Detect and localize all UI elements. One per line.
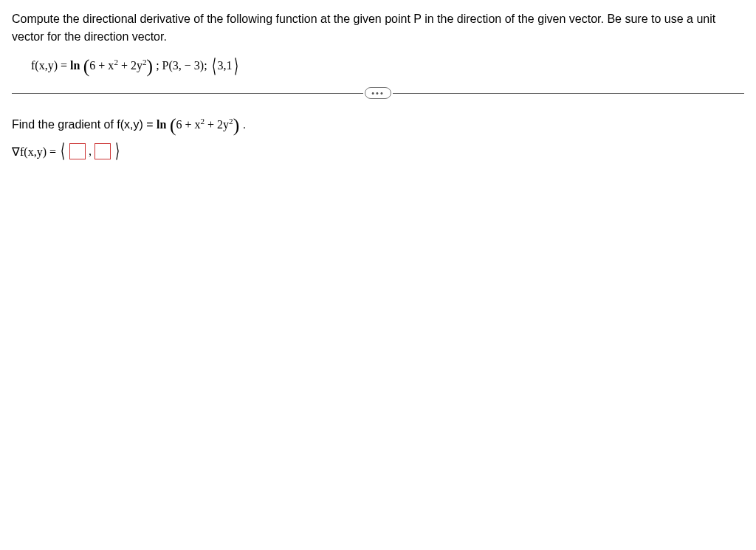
comma: , [89, 145, 92, 158]
answer-row: ∇f(x,y) = ⟨ , ⟩ [12, 143, 744, 159]
gradient-x-input[interactable] [69, 143, 86, 159]
gradient-y-input[interactable] [94, 143, 111, 159]
divider-line-right [393, 93, 744, 94]
direction-vector: 3,1 [218, 59, 233, 72]
section-divider: ••• [12, 87, 744, 99]
ellipsis-icon: ••• [371, 88, 385, 98]
ln-label: ln [70, 59, 80, 72]
divider-line-left [12, 93, 363, 94]
problem-formula: f(x,y) = ln (6 + x2 + 2y2) ; P(3, − 3); … [31, 59, 744, 72]
subtask-prompt: Find the gradient of f(x,y) = ln (6 + x2… [12, 118, 744, 131]
expand-button[interactable]: ••• [365, 87, 391, 99]
close-paren-icon: ) [147, 55, 154, 77]
function-lhs: f(x,y) = [31, 59, 70, 72]
ln-label-2: ln [157, 118, 166, 131]
close-paren-icon-2: ) [233, 114, 240, 136]
problem-intro: Compute the directional derivative of th… [12, 13, 715, 43]
problem-statement: Compute the directional derivative of th… [12, 10, 744, 46]
gradient-lhs: ∇f(x,y) = [12, 145, 56, 159]
point-label: P(3, − 3); [162, 59, 210, 72]
